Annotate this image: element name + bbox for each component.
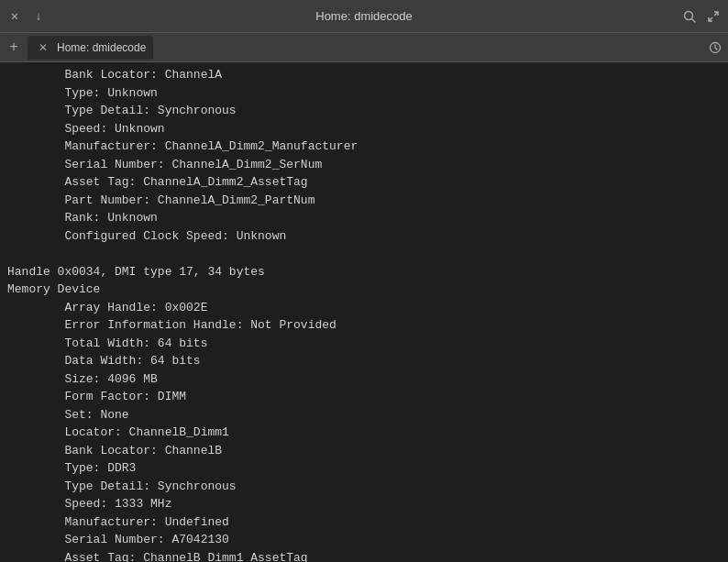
svg-line-1: [692, 18, 696, 22]
terminal-output: Bank Locator: ChannelA Type: Unknown Typ…: [0, 62, 728, 562]
title-bar-controls: ✕ ↓: [7, 9, 46, 24]
title-bar-right: [682, 9, 721, 24]
tab-bar: + ✕ Home: dmidecode: [0, 33, 728, 62]
expand-icon[interactable]: [706, 9, 721, 24]
search-icon[interactable]: [682, 9, 697, 24]
window-title: Home: dmidecode: [46, 9, 682, 23]
download-icon[interactable]: ↓: [31, 9, 46, 24]
tab-label: Home: dmidecode: [57, 41, 146, 54]
close-icon[interactable]: ✕: [7, 9, 22, 24]
new-tab-button[interactable]: +: [4, 38, 24, 58]
tab-dmidecode[interactable]: ✕ Home: dmidecode: [28, 36, 153, 60]
tab-history-button[interactable]: [706, 39, 724, 57]
tab-close-button[interactable]: ✕: [35, 39, 51, 56]
title-bar: ✕ ↓ Home: dmidecode: [0, 0, 728, 33]
